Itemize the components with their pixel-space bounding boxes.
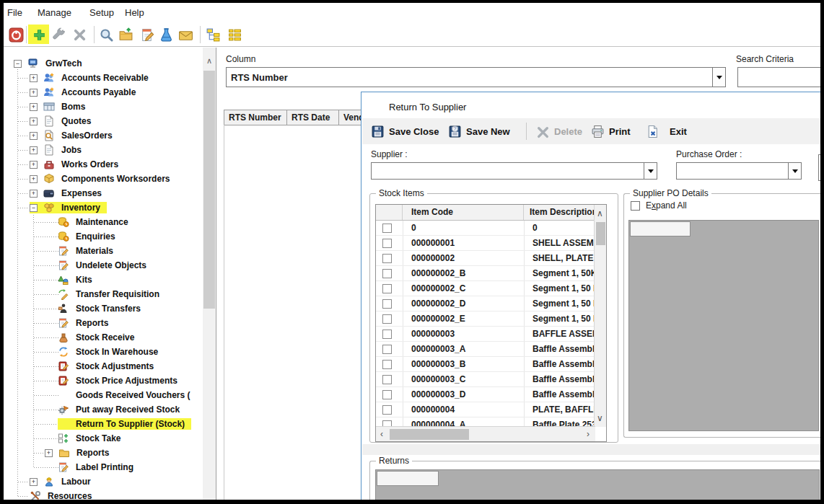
tree-item-label[interactable]: Quotes (59, 115, 93, 127)
item-code-cell[interactable]: 000000004 (403, 404, 524, 415)
tree-item-stock-take[interactable]: Stock Take (4, 431, 123, 446)
returns-grid-header-cell[interactable] (377, 471, 439, 486)
item-code-cell[interactable]: 000000002_D (403, 299, 524, 309)
splitter[interactable] (362, 444, 824, 455)
item-code-cell[interactable]: 000000003_B (403, 359, 524, 369)
scroll-up-icon[interactable]: ∧ (203, 56, 216, 66)
stock-item-row[interactable]: 000000003_BBaffle Assembly (376, 357, 595, 372)
tree-item-salesorders[interactable]: +SalesOrders (4, 128, 115, 143)
tree-item-stock-adjustments[interactable]: Stock Adjustments (4, 359, 156, 373)
stock-item-row[interactable]: 000000002SHELL, PLATE (376, 251, 595, 266)
tree-item-inventory[interactable]: −Inventory (4, 200, 107, 215)
tree-item-label[interactable]: Expenses (59, 187, 104, 199)
item-code-cell[interactable]: 000000002_C (403, 283, 524, 293)
tree-item-put-away-received-stock[interactable]: Put away Received Stock (4, 402, 182, 417)
tree-item-goods-received-vouchers[interactable]: Goods Received Vouchers ( (4, 388, 193, 402)
search-criteria-input[interactable] (737, 67, 821, 87)
tree-item-jobs[interactable]: +Jobs (4, 143, 84, 157)
tree-item-label-printing[interactable]: Label Printing (4, 460, 136, 474)
menu-setup[interactable]: Setup (89, 4, 114, 21)
tree-item-label[interactable]: Put away Received Stock (74, 404, 182, 415)
column-header-item-code[interactable]: Item Code (403, 205, 524, 220)
column-select-arrow-icon[interactable] (712, 68, 725, 87)
tree-item-label[interactable]: Stock Transfers (74, 303, 143, 314)
item-description-cell[interactable]: Baffle Assembly (524, 344, 595, 354)
tree-item-label[interactable]: Stock In Warehouse (74, 346, 160, 358)
tree-item-label[interactable]: Labour (59, 476, 93, 487)
expand-icon[interactable]: + (30, 74, 38, 82)
tree-item-expenses[interactable]: +Expenses (4, 186, 104, 200)
stock-item-row[interactable]: 000000001SHELL ASSEME (376, 236, 595, 251)
tree-item-components-worksorders[interactable]: +Components Worksorders (4, 172, 172, 186)
item-code-cell[interactable]: 000000003 (403, 329, 524, 339)
expand-icon[interactable]: + (30, 146, 38, 154)
results-column-rts-number[interactable]: RTS Number (224, 110, 287, 125)
tree-item-label[interactable]: Return To Supplier (Stock) (74, 418, 187, 430)
stock-item-row[interactable]: 000000003_ABaffle Assembly (376, 342, 595, 357)
tree-item-label[interactable]: Stock Take (74, 433, 123, 444)
expand-icon[interactable]: + (30, 118, 38, 125)
tree-item-label[interactable]: Kits (74, 274, 95, 286)
row-checkbox[interactable] (382, 390, 392, 399)
tree-item-label[interactable]: Boms (59, 101, 87, 112)
item-description-cell[interactable]: BAFFLE ASSEM (524, 329, 595, 339)
tree-item-works-orders[interactable]: +Works Orders (4, 157, 120, 172)
scroll-right-icon[interactable]: › (587, 430, 589, 438)
tree-item-label[interactable]: Components Worksorders (59, 173, 172, 185)
item-code-cell[interactable]: 000000003_A (403, 344, 524, 354)
tree-item-label[interactable]: Accounts Payable (59, 87, 138, 98)
expand-icon[interactable]: + (30, 132, 38, 140)
save-new-button[interactable]: ?Save New (448, 122, 510, 141)
stock-items-grid[interactable]: Item CodeItem Description 00000000001SHE… (375, 204, 607, 442)
column-header-item-description[interactable]: Item Description (524, 205, 595, 220)
column-header-checkbox[interactable] (376, 205, 403, 220)
expand-icon[interactable]: + (30, 103, 38, 111)
item-description-cell[interactable]: Segment 1, 50 H (524, 314, 595, 324)
stock-item-row[interactable]: 000000004PLATE, BAFFLE (376, 402, 595, 417)
tree-item-maintenance[interactable]: Maintenance (4, 215, 131, 229)
item-code-cell[interactable]: 000000001 (403, 238, 524, 248)
tree-item-enquiries[interactable]: Enquiries (4, 229, 118, 244)
stock-items-vertical-scrollbar[interactable]: ∧ ∨ (594, 205, 606, 427)
row-checkbox[interactable] (382, 254, 392, 263)
row-checkbox[interactable] (382, 330, 392, 339)
menu-help[interactable]: Help (125, 4, 144, 21)
org-tree-icon[interactable] (205, 27, 221, 43)
tree-item-materials[interactable]: Materials (4, 244, 115, 258)
mail-icon[interactable] (177, 27, 193, 43)
tree-item-boms[interactable]: +Boms (4, 100, 87, 114)
tree-item-transfer-requisition[interactable]: Transfer Requisition (4, 287, 162, 301)
stock-item-row[interactable]: 00 (376, 221, 595, 236)
detail-rows-icon[interactable] (227, 27, 242, 43)
expand-all-checkbox[interactable] (631, 201, 640, 211)
tree-scrollbar[interactable]: ∧ (203, 48, 216, 500)
row-checkbox[interactable] (382, 375, 392, 384)
search-icon[interactable] (98, 27, 114, 43)
edit-notepad-icon[interactable] (139, 27, 155, 43)
item-code-cell[interactable]: 000000002_B (403, 268, 524, 278)
tree-item-stock-in-warehouse[interactable]: Stock In Warehouse (4, 345, 160, 359)
record-icon[interactable] (8, 27, 24, 43)
returns-grid[interactable] (375, 469, 820, 504)
tree-item-stock-price-adjustments[interactable]: Stock Price Adjustments (4, 373, 180, 388)
tree-item-label[interactable]: Accounts Receivable (59, 72, 151, 84)
item-description-cell[interactable]: Baffle Assembly (524, 359, 595, 369)
row-checkbox[interactable] (382, 239, 392, 248)
tree-item-quotes[interactable]: +Quotes (4, 114, 93, 128)
save-close-button[interactable]: Save Close (371, 122, 439, 141)
add-icon[interactable] (31, 27, 47, 43)
row-checkbox[interactable] (382, 269, 392, 278)
item-description-cell[interactable]: Segment 1, 50 H (524, 283, 595, 293)
item-description-cell[interactable]: Segment 1, 50 H (524, 299, 595, 309)
tree-item-label[interactable]: Transfer Requisition (74, 288, 162, 300)
expand-icon[interactable]: + (30, 478, 38, 486)
tree-item-undelete-objects[interactable]: Undelete Objects (4, 258, 149, 273)
tree-item-grwtech[interactable]: −GrwTech (4, 56, 84, 71)
tree-item-label[interactable]: Goods Received Vouchers ( (74, 389, 193, 401)
tree-item-kits[interactable]: Kits (4, 273, 95, 287)
wrench-icon[interactable] (51, 27, 66, 43)
row-checkbox[interactable] (382, 224, 392, 233)
row-checkbox[interactable] (382, 299, 392, 309)
tree-item-stock-receive[interactable]: Stock Receive (4, 330, 136, 345)
supplier-po-grid-header-cell[interactable] (630, 221, 691, 236)
